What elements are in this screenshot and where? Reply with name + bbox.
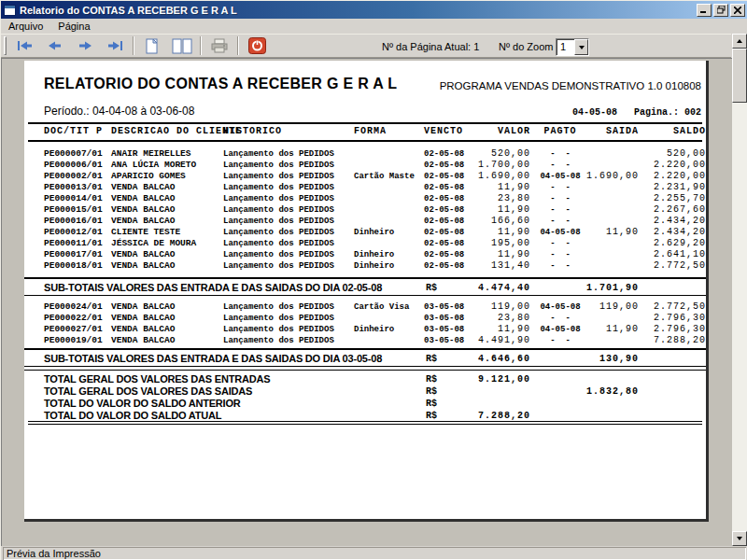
cell-hist: Lançamento dos PEDIDOS (223, 335, 334, 346)
report-date-page: 04-05-08 Pagina.: 002 (572, 107, 701, 118)
cell-valor: 23,80 (435, 313, 530, 324)
cell-saldo: 2.629,20 (622, 238, 706, 249)
scroll-up-button[interactable] (732, 34, 747, 49)
total-row: TOTAL DO VALOR DO SALDO ANTERIOR R$ (24, 397, 706, 409)
col-forma: FORMA (354, 126, 387, 137)
report-preview-window: Relatorio do CONTAS A RECEBER G E R A L … (0, 0, 747, 560)
cell-doc: PE000024/01 (44, 301, 103, 313)
cell-valor: 23,80 (435, 193, 530, 204)
table-row: PE000007/01ANAIR MEIRELLESLançamento dos… (24, 148, 706, 160)
first-page-button[interactable] (10, 35, 40, 56)
rows-day-2: PE000024/01VENDA BALCAOLançamento dos PE… (24, 301, 706, 346)
cell-saldo: 2.772,50 (622, 301, 706, 313)
toolbar-grip[interactable] (4, 36, 7, 55)
cell-valor: 11,90 (435, 227, 530, 238)
close-preview-button[interactable] (242, 35, 272, 56)
cell-client: VENDA BALCAO (111, 182, 175, 193)
table-row: PE000024/01VENDA BALCAOLançamento dos PE… (24, 301, 706, 313)
cell-saldo: 520,00 (622, 148, 706, 160)
cell-client: APARICIO GOMES (111, 171, 186, 182)
cell-valor: 11,90 (435, 204, 530, 216)
last-page-button[interactable] (100, 35, 130, 56)
window-controls (697, 4, 745, 17)
cell-pagto: - - (533, 260, 587, 272)
cell-hist: Lançamento dos PEDIDOS (223, 227, 334, 238)
total-row: TOTAL GERAL DOS VALORES DAS SAIDAS R$ 1.… (24, 385, 706, 397)
menu-arquivo[interactable]: Arquivo (1, 19, 50, 34)
table-row: PE000019/01VENDA BALCAOLançamento dos PE… (24, 335, 706, 346)
menu-pagina[interactable]: Página (50, 19, 97, 34)
two-pages-view-button[interactable] (167, 35, 197, 56)
app-icon (4, 5, 16, 16)
table-row: PE000012/01CLIENTE TESTELançamento dos P… (24, 227, 706, 238)
cell-valor: 11,90 (435, 249, 530, 260)
scroll-down-button[interactable] (732, 531, 747, 546)
cell-hist: Lançamento dos PEDIDOS (223, 301, 334, 313)
total-valor: 7.288,20 (435, 411, 530, 421)
table-row: PE000015/01VENDA BALCAOLançamento dos PE… (24, 204, 706, 216)
arrow-down-icon (737, 537, 742, 540)
single-page-view-button[interactable] (137, 35, 167, 56)
cell-valor: 520,00 (435, 148, 530, 160)
cell-pagto: - - (533, 148, 587, 160)
cell-doc: PE000002/01 (44, 171, 103, 182)
cell-hist: Lançamento dos PEDIDOS (223, 324, 334, 335)
zoom-value: 1 (557, 39, 574, 55)
col-doc: DOC/TIT P (44, 126, 103, 137)
vertical-scrollbar[interactable] (732, 34, 747, 546)
report-page: RELATORIO DO CONTAS A RECEBER G E R A L … (24, 61, 709, 522)
status-text: Prévia da Impressão (3, 547, 746, 560)
cell-client: JÉSSICA DE MOURA (111, 238, 196, 249)
cell-saldo: 2.796,30 (622, 324, 706, 335)
cell-valor: 11,90 (435, 182, 530, 193)
print-preview-area: RELATORIO DO CONTAS A RECEBER G E R A L … (1, 58, 732, 546)
cell-client: VENDA BALCAO (111, 301, 175, 313)
scrollbar-thumb[interactable] (732, 49, 747, 103)
total-saida: 1.832,80 (547, 386, 639, 397)
cell-valor: 4.491,90 (435, 335, 530, 346)
cell-pagto: - - (533, 204, 587, 216)
close-button[interactable] (730, 4, 745, 17)
total-label: TOTAL DO VALOR DO SALDO ANTERIOR (44, 398, 241, 409)
total-valor: 9.121,00 (435, 374, 530, 385)
cell-saldo: 2.220,00 (622, 160, 706, 171)
cell-forma: Dinheiro (354, 260, 394, 272)
cell-saldo: 2.641,10 (622, 249, 706, 260)
cell-valor: 195,00 (435, 238, 530, 249)
minimize-button[interactable] (697, 4, 712, 17)
toolbar: Nº da Página Atual: 1 Nº do Zoom 1 (1, 34, 731, 58)
cell-client: VENDA BALCAO (111, 260, 175, 272)
zoom-select[interactable]: 1 (556, 38, 589, 56)
subtotal-saida: 130,90 (547, 354, 639, 364)
cell-saldo: 7.288,20 (622, 335, 706, 346)
cell-doc: PE000006/01 (44, 160, 103, 171)
cell-client: ANAIR MEIRELLES (111, 148, 191, 160)
cell-pagto: - - (533, 216, 587, 227)
zoom-dropdown-button[interactable] (574, 39, 588, 55)
print-button[interactable] (204, 35, 234, 56)
restore-button[interactable] (713, 4, 728, 17)
cell-hist: Lançamento dos PEDIDOS (223, 204, 334, 216)
cell-doc: PE000019/01 (44, 335, 103, 346)
total-row: TOTAL GERAL DOS VALORES DAS ENTRADAS R$ … (24, 372, 706, 385)
total-label: TOTAL GERAL DOS VALORES DAS ENTRADAS (44, 373, 270, 385)
cell-client: VENDA BALCAO (111, 313, 175, 324)
two-pages-icon (172, 38, 192, 54)
cell-hist: Lançamento dos PEDIDOS (223, 171, 334, 182)
cell-valor: 131,40 (435, 260, 530, 272)
cell-forma: Dinheiro (354, 324, 394, 335)
close-icon (734, 7, 741, 14)
cell-forma: Dinheiro (354, 249, 394, 260)
cell-pagto: - - (533, 238, 587, 249)
next-page-button[interactable] (70, 35, 100, 56)
zoom-label: Nº do Zoom (499, 41, 553, 52)
subtotal-day-1: SUB-TOTAIS VALORES DAS ENTRADA E DAS SAI… (24, 277, 706, 296)
prev-page-button[interactable] (40, 35, 70, 56)
cell-doc: PE000017/01 (44, 249, 103, 260)
cell-saldo: 2.267,60 (622, 204, 706, 216)
cell-doc: PE000007/01 (44, 148, 103, 160)
currency: R$ (426, 399, 437, 409)
window-title: Relatorio do CONTAS A RECEBER G E R A L (20, 5, 697, 16)
prev-page-icon (46, 40, 64, 51)
cell-saldo: 2.231,90 (622, 182, 706, 193)
